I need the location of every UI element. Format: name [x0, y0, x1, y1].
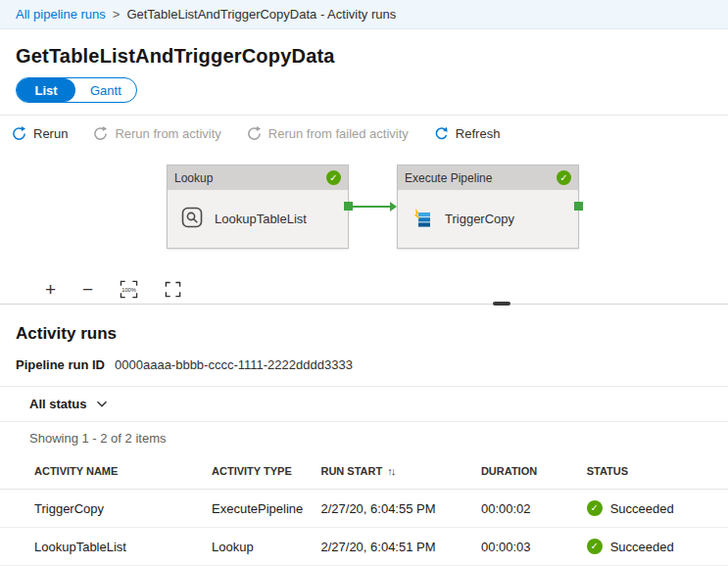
title-row: GetTableListAndTriggerCopyData [0, 29, 728, 73]
breadcrumb-link-all-pipeline-runs[interactable]: All pipeline runs [16, 7, 106, 22]
rerun-from-failed-activity-button[interactable]: Rerun from failed activity [247, 126, 409, 141]
rerun-button[interactable]: Rerun [12, 126, 68, 141]
cell-activity-type: Lookup [204, 528, 313, 566]
cell-duration: 00:00:02 [473, 490, 579, 528]
rerun-icon [12, 126, 26, 141]
showing-count-text: Showing 1 - 2 of 2 items [0, 422, 728, 453]
cell-run-start: 2/27/20, 6:04:55 PM [313, 490, 472, 528]
canvas-zoom-toolbar: + − 100% [0, 274, 728, 304]
toggle-list-button[interactable]: List [17, 78, 75, 102]
panel-divider [0, 304, 728, 312]
node-type-label: Lookup [174, 171, 213, 185]
cell-run-start: 2/27/20, 6:04:51 PM [313, 528, 472, 566]
activity-node-lookup[interactable]: Lookup ✓ LookupTableList [167, 165, 349, 249]
activity-runs-table: ACTIVITY NAME ACTIVITY TYPE RUN START↑↓ … [0, 453, 728, 566]
toolbar: Rerun Rerun from activity Rerun from fai… [0, 115, 728, 151]
refresh-icon [434, 126, 449, 141]
page-title: GetTableListAndTriggerCopyData [16, 45, 712, 68]
status-filter-dropdown[interactable]: All status [0, 386, 728, 422]
status-label: Succeeded [610, 501, 674, 516]
lookup-icon [180, 206, 204, 232]
col-header-duration: DURATION [473, 453, 579, 490]
run-start-label: RUN START [320, 465, 382, 477]
table-row: TriggerCopy ExecutePipeline 2/27/20, 6:0… [0, 490, 728, 528]
status-badge: ✓ Succeeded [587, 500, 720, 516]
succeeded-check-icon: ✓ [587, 500, 603, 516]
pipeline-run-id-value: 0000aaaa-bbbb-cccc-1111-2222dddd3333 [115, 357, 353, 372]
pipeline-run-id-row: Pipeline run ID 0000aaaa-bbbb-cccc-1111-… [0, 344, 728, 374]
cell-activity-type: ExecutePipeline [204, 490, 313, 528]
connector-arrow-icon [390, 202, 397, 212]
breadcrumb: All pipeline runs > GetTableListAndTrigg… [0, 0, 728, 29]
connector-line [353, 206, 390, 208]
view-toggle-row: List Gantt [0, 73, 728, 115]
pipeline-run-id-label: Pipeline run ID [16, 357, 105, 372]
table-row: LookupTableList Lookup 2/27/20, 6:04:51 … [0, 528, 728, 566]
node-body: LookupTableList [168, 190, 348, 248]
col-header-activity-name: ACTIVITY NAME [0, 453, 204, 490]
breadcrumb-current: GetTableListAndTriggerCopyData - Activit… [126, 7, 396, 22]
status-filter-label: All status [29, 397, 87, 411]
cell-status: ✓ Succeeded [579, 528, 728, 566]
cell-status: ✓ Succeeded [579, 490, 728, 528]
breadcrumb-separator: > [113, 7, 121, 22]
col-header-run-start[interactable]: RUN START↑↓ [313, 453, 472, 490]
cell-activity-name: TriggerCopy [0, 490, 204, 528]
cell-activity-name: LookupTableList [0, 528, 204, 566]
status-label: Succeeded [610, 540, 674, 554]
col-header-status: STATUS [579, 453, 728, 490]
sort-icon: ↑↓ [387, 465, 394, 477]
node-success-check-icon: ✓ [557, 170, 571, 185]
node-success-check-icon: ✓ [326, 170, 341, 185]
node-name-label: LookupTableList [215, 212, 307, 226]
rerun-from-activity-button[interactable]: Rerun from activity [93, 126, 220, 141]
node-header: Lookup ✓ [168, 165, 348, 190]
zoom-fit-button[interactable] [165, 281, 181, 298]
refresh-label: Refresh [456, 126, 501, 141]
chevron-down-icon [96, 397, 108, 411]
activity-node-execute-pipeline[interactable]: Execute Pipeline ✓ TriggerCopy [397, 165, 579, 249]
zoom-reset-button[interactable]: 100% [120, 280, 138, 299]
node-body: TriggerCopy [398, 190, 578, 248]
execute-pipeline-icon [411, 206, 434, 232]
pipeline-canvas[interactable]: Lookup ✓ LookupTableList Execute Pipelin… [0, 151, 728, 274]
refresh-button[interactable]: Refresh [434, 126, 501, 141]
output-port[interactable] [344, 202, 353, 211]
view-toggle: List Gantt [16, 77, 137, 103]
activity-runs-section: Activity runs [0, 312, 728, 344]
zoom-in-button[interactable]: + [45, 280, 56, 299]
zoom-out-button[interactable]: − [82, 280, 93, 299]
activity-runs-heading: Activity runs [16, 324, 712, 344]
rerun-from-failed-activity-label: Rerun from failed activity [268, 126, 409, 141]
rerun-from-failed-activity-icon [247, 126, 262, 141]
col-header-activity-type: ACTIVITY TYPE [204, 453, 313, 490]
node-header: Execute Pipeline ✓ [398, 165, 578, 190]
resize-handle[interactable] [493, 302, 510, 306]
zoom-level-text: 100% [121, 286, 136, 292]
toggle-gantt-button[interactable]: Gantt [75, 78, 136, 102]
rerun-from-activity-icon [93, 126, 108, 141]
rerun-label: Rerun [33, 126, 68, 141]
table-header-row: ACTIVITY NAME ACTIVITY TYPE RUN START↑↓ … [0, 453, 728, 490]
succeeded-check-icon: ✓ [587, 539, 603, 554]
output-port[interactable] [574, 202, 583, 211]
cell-duration: 00:00:03 [473, 528, 579, 566]
node-name-label: TriggerCopy [445, 212, 514, 226]
status-badge: ✓ Succeeded [587, 539, 720, 554]
node-type-label: Execute Pipeline [405, 171, 492, 185]
rerun-from-activity-label: Rerun from activity [115, 126, 220, 141]
